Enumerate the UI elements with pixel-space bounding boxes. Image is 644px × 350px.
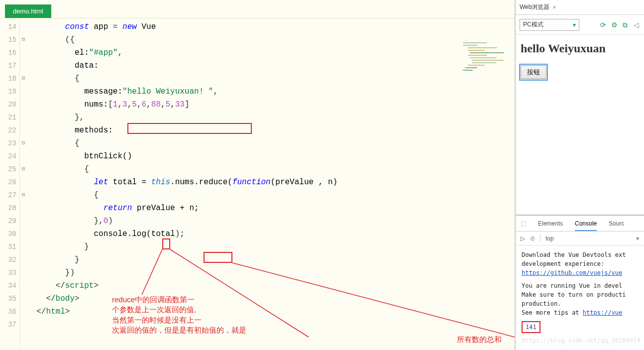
play-icon[interactable]: ▷ [521,235,525,242]
stop-icon[interactable]: ⊘ [530,235,535,242]
context-dropdown[interactable]: top [545,235,554,242]
devtools-tab-elements[interactable]: Elements [538,220,563,227]
code-area[interactable]: 1415161718192021222324252627282930313233… [0,18,515,350]
mode-dropdown[interactable]: PC模式 ▾ [520,19,579,31]
code-lines[interactable]: const app = new Vue ({ el:"#app", data: … [27,18,515,350]
devtools-tab-console[interactable]: Console [575,220,597,231]
app-root: demo.html 141516171819202122232425262728… [0,0,644,350]
refresh-icon[interactable]: ⟳ [599,21,607,29]
external-icon[interactable]: ⧉ [621,21,629,29]
editor-pane: demo.html 141516171819202122232425262728… [0,0,515,350]
minimap[interactable] [460,38,515,103]
devtools-tabs: ⬚ Elements Console Sourc [516,216,644,232]
mode-dropdown-value: PC模式 [523,20,543,29]
devtools-tab-sources[interactable]: Sourc [609,220,624,227]
page-heading: hello Weiyuxuan [521,42,639,55]
chevron-down-icon: ▾ [573,21,576,28]
editor-tab-demo[interactable]: demo.html [5,4,51,18]
console-result: 141 [522,321,540,333]
back-icon[interactable]: ◁ [632,21,640,29]
close-icon[interactable]: × [552,4,556,11]
browser-panel-title: Web浏览器 [520,3,549,11]
editor-tabs-bar: demo.html [0,0,515,18]
fold-column: ⊟⊟⊟⊟⊟ [20,18,27,350]
browser-titlebar: Web浏览器 × [516,0,644,15]
devtools-console-body[interactable]: Download the Vue Devtools extdevelopment… [516,245,644,350]
watermark: https://blog.csdn.net/qq_36260974 [522,336,638,345]
gear-icon[interactable]: ⚙ [610,21,618,29]
chevron-down-icon: ▾ [636,235,639,242]
browser-pane: Web浏览器 × PC模式 ▾ ⟳ ⚙ ⧉ ◁ hello Weiyuxuan … [515,0,644,350]
browser-viewport: hello Weiyuxuan 按钮 [516,35,644,215]
page-button[interactable]: 按钮 [521,65,546,79]
inspect-icon[interactable]: ⬚ [521,220,526,227]
devtools-panel: ⬚ Elements Console Sourc ▷ ⊘ top ▾ Downl… [516,215,644,350]
browser-toolbar: PC模式 ▾ ⟳ ⚙ ⧉ ◁ [516,15,644,35]
line-gutter: 1415161718192021222324252627282930313233… [0,18,20,350]
devtools-subtoolbar: ▷ ⊘ top ▾ [516,232,644,245]
